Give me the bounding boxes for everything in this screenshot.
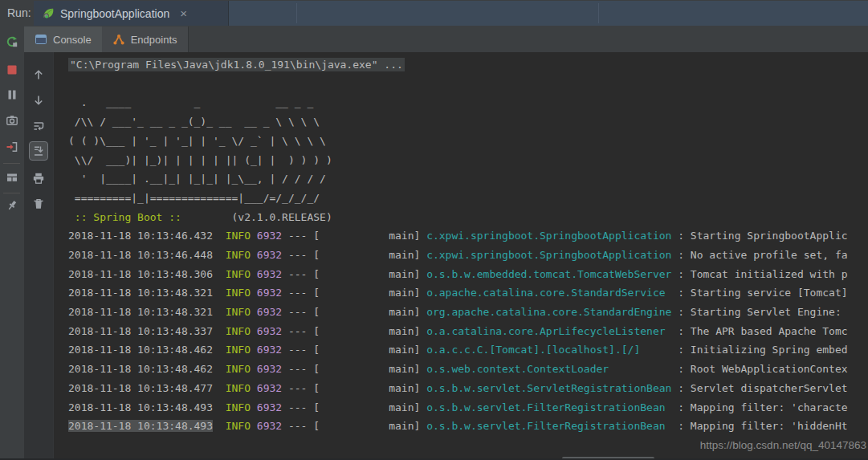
log-pid: 6932 — [257, 325, 282, 337]
log-thread: --- [ main] — [282, 344, 426, 356]
log-thread: --- [ main] — [282, 287, 426, 299]
log-logger: c.xpwi.springboot.SpringbootApplication — [426, 230, 678, 242]
log-logger: o.s.b.w.embedded.tomcat.TomcatWebServer — [426, 268, 678, 280]
log-thread: --- [ main] — [282, 230, 426, 242]
log-timestamp: 2018-11-18 10:13:48.321 — [68, 306, 213, 318]
log-line: 2018-11-18 10:13:48.477 INFO 6932 --- [ … — [68, 379, 868, 398]
log-message: : Starting service [Tomcat] — [678, 287, 847, 299]
log-timestamp: 2018-11-18 10:13:48.462 — [68, 363, 213, 375]
tab-console[interactable]: Console — [24, 26, 102, 52]
console-output[interactable]: "C:\Program Files\Java\jdk1.8.0_191\bin\… — [24, 52, 868, 460]
log-level: INFO — [226, 306, 251, 318]
log-timestamp: 2018-11-18 10:13:48.337 — [68, 325, 213, 337]
log-logger: o.s.web.context.ContextLoader — [426, 363, 678, 375]
log-timestamp: 2018-11-18 10:13:46.432 — [68, 230, 213, 242]
view-tabs-bar: Console Endpoints — [24, 26, 868, 52]
stop-icon[interactable] — [6, 63, 18, 76]
log-thread: --- [ main] — [282, 325, 426, 337]
log-timestamp: 2018-11-18 10:13:48.321 — [68, 287, 213, 299]
log-thread: --- [ main] — [282, 420, 426, 432]
log-lines: 2018-11-18 10:13:46.432 INFO 6932 --- [ … — [68, 226, 868, 436]
log-level: INFO — [226, 268, 251, 280]
log-timestamp: 2018-11-18 10:13:48.493 — [68, 420, 213, 432]
screenshot-camera-icon[interactable] — [6, 114, 18, 127]
log-level: INFO — [226, 401, 251, 413]
log-pid: 6932 — [257, 382, 282, 394]
log-message: : Servlet dispatcherServlet — [678, 382, 847, 394]
toolbar-separator — [3, 193, 20, 193]
close-icon[interactable]: × — [180, 7, 187, 19]
log-logger: o.s.b.w.servlet.FilterRegistrationBean — [426, 401, 678, 413]
log-pid: 6932 — [257, 268, 282, 280]
run-toolbar — [0, 26, 24, 460]
log-pid: 6932 — [257, 420, 282, 432]
log-logger: o.a.catalina.core.AprLifecycleListener — [426, 325, 678, 337]
run-tab-title: SpringbootApplication — [60, 7, 169, 20]
log-level: INFO — [226, 420, 251, 432]
log-level: INFO — [226, 363, 251, 375]
log-thread: --- [ main] — [282, 249, 426, 261]
exit-icon[interactable] — [6, 140, 18, 153]
pause-icon[interactable] — [6, 88, 18, 101]
log-timestamp: 2018-11-18 10:13:48.462 — [68, 344, 213, 356]
log-line: 2018-11-18 10:13:48.306 INFO 6932 --- [ … — [68, 265, 868, 284]
tab-endpoints[interactable]: Endpoints — [102, 26, 188, 52]
log-pid: 6932 — [257, 230, 282, 242]
log-logger: o.apache.catalina.core.StandardService — [426, 287, 678, 299]
rerun-icon[interactable] — [6, 35, 18, 48]
log-pid: 6932 — [257, 287, 282, 299]
endpoints-icon — [112, 33, 125, 46]
log-level: INFO — [226, 230, 251, 242]
run-label: Run: — [7, 0, 31, 26]
spring-boot-banner-label: :: Spring Boot :: — [75, 211, 181, 223]
log-line: 2018-11-18 10:13:48.462 INFO 6932 --- [ … — [68, 340, 868, 360]
tab-bar-separator — [598, 3, 599, 23]
tab-bar-separator — [296, 3, 297, 23]
log-thread: --- [ main] — [282, 363, 426, 375]
log-thread: --- [ main] — [282, 401, 426, 413]
spring-banner-art: . ____ _ __ _ _ /\\ / ___'_ __ _ _(_)_ _… — [68, 96, 332, 204]
log-level: INFO — [226, 325, 251, 337]
log-line: 2018-11-18 10:13:48.337 INFO 6932 --- [ … — [68, 322, 868, 341]
log-timestamp: 2018-11-18 10:13:46.448 — [68, 249, 213, 261]
tabs-separator — [188, 26, 189, 52]
log-timestamp: 2018-11-18 10:13:48.306 — [68, 268, 213, 280]
log-timestamp: 2018-11-18 10:13:48.493 — [68, 401, 213, 413]
log-message: : Starting Servlet Engine: — [678, 306, 842, 318]
log-logger: o.s.b.w.servlet.ServletRegistrationBean — [426, 382, 678, 394]
log-logger: o.a.c.c.C.[Tomcat].[localhost].[/] — [426, 344, 678, 356]
log-line: 2018-11-18 10:13:48.462 INFO 6932 --- [ … — [68, 360, 868, 379]
log-message: : No active profile set, fa — [678, 249, 847, 261]
log-message: : Mapping filter: 'hiddenHt — [678, 420, 847, 432]
restore-layout-icon[interactable] — [6, 171, 18, 184]
log-line: 2018-11-18 10:13:48.321 INFO 6932 --- [ … — [68, 283, 868, 303]
log-thread: --- [ main] — [282, 268, 426, 280]
spring-boot-version: (v2.1.0.RELEASE) — [181, 211, 332, 223]
tab-console-label: Console — [53, 34, 92, 46]
log-message: : Root WebApplicationContex — [678, 363, 847, 375]
log-level: INFO — [226, 249, 251, 261]
console-panel: "C:\Program Files\Java\jdk1.8.0_191\bin\… — [24, 52, 868, 460]
log-thread: --- [ main] — [282, 382, 426, 394]
log-line: 2018-11-18 10:13:46.432 INFO 6932 --- [ … — [68, 226, 868, 246]
tab-endpoints-label: Endpoints — [131, 34, 177, 46]
log-level: INFO — [226, 287, 251, 299]
log-pid: 6932 — [257, 363, 282, 375]
log-logger: org.apache.catalina.core.StandardEngine — [426, 306, 678, 318]
log-level: INFO — [226, 382, 251, 394]
tab-bar-empty-area — [229, 1, 868, 26]
log-message: : Starting SpringbootApplic — [678, 230, 847, 242]
log-timestamp: 2018-11-18 10:13:48.477 — [68, 382, 213, 394]
log-message: : The APR based Apache Tomc — [678, 325, 847, 337]
log-logger: c.xpwi.springboot.SpringbootApplication — [426, 249, 678, 261]
pin-icon[interactable] — [6, 199, 18, 212]
log-line: 2018-11-18 10:13:48.493 INFO 6932 --- [ … — [68, 417, 868, 436]
run-configuration-tab[interactable]: SpringbootApplication × — [34, 1, 229, 26]
log-pid: 6932 — [257, 344, 282, 356]
log-line: 2018-11-18 10:13:48.321 INFO 6932 --- [ … — [68, 303, 868, 322]
run-tool-window: Run: SpringbootApplication × — [0, 0, 868, 460]
toolbar-separator — [3, 163, 20, 164]
log-message: : Initializing Spring embed — [678, 344, 847, 356]
log-line: 2018-11-18 10:13:46.448 INFO 6932 --- [ … — [68, 246, 868, 265]
log-pid: 6932 — [257, 306, 282, 318]
